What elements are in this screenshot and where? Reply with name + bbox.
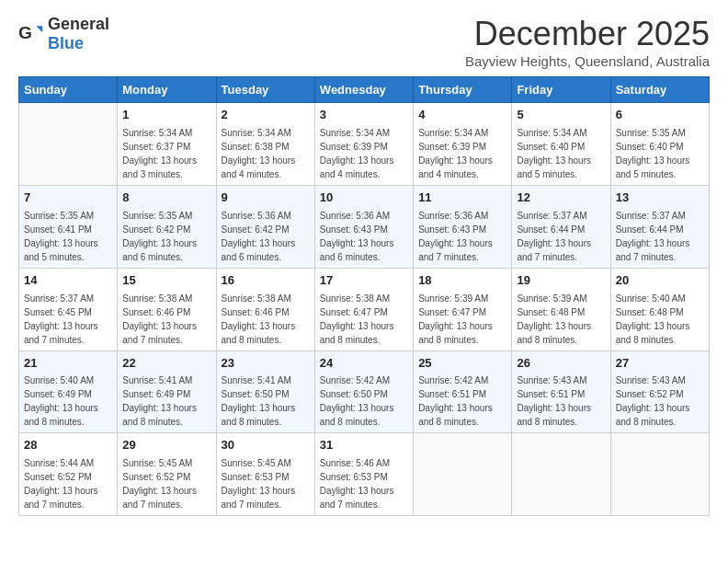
day-info: Sunrise: 5:40 AM Sunset: 6:49 PM Dayligh… — [24, 373, 112, 429]
day-info: Sunrise: 5:43 AM Sunset: 6:51 PM Dayligh… — [517, 373, 605, 429]
calendar-week-row: 28Sunrise: 5:44 AM Sunset: 6:52 PM Dayli… — [19, 433, 710, 516]
calendar-cell: 30Sunrise: 5:45 AM Sunset: 6:53 PM Dayli… — [216, 433, 314, 516]
day-number: 6 — [616, 107, 704, 124]
month-title: December 2025 — [465, 15, 710, 53]
day-info: Sunrise: 5:40 AM Sunset: 6:48 PM Dayligh… — [616, 292, 704, 347]
day-info: Sunrise: 5:44 AM Sunset: 6:52 PM Dayligh… — [24, 456, 112, 511]
weekday-header-sunday: Sunday — [19, 77, 118, 103]
calendar-cell — [414, 433, 512, 516]
calendar-cell: 16Sunrise: 5:38 AM Sunset: 6:46 PM Dayli… — [216, 268, 314, 350]
day-number: 2 — [222, 107, 310, 124]
calendar-cell — [512, 433, 610, 516]
calendar-cell: 10Sunrise: 5:36 AM Sunset: 6:43 PM Dayli… — [314, 185, 413, 268]
calendar-cell: 7Sunrise: 5:35 AM Sunset: 6:41 PM Daylig… — [19, 185, 118, 268]
day-number: 12 — [517, 190, 605, 207]
calendar-cell: 12Sunrise: 5:37 AM Sunset: 6:44 PM Dayli… — [512, 185, 610, 268]
location-subtitle: Bayview Heights, Queensland, Australia — [465, 53, 710, 69]
day-number: 11 — [418, 190, 506, 207]
calendar-cell: 9Sunrise: 5:36 AM Sunset: 6:42 PM Daylig… — [216, 185, 314, 268]
logo: G General Blue — [18, 15, 109, 53]
logo-text: General Blue — [48, 15, 109, 53]
calendar-cell: 29Sunrise: 5:45 AM Sunset: 6:52 PM Dayli… — [118, 433, 216, 516]
weekday-header-row: SundayMondayTuesdayWednesdayThursdayFrid… — [19, 77, 710, 103]
day-number: 20 — [616, 272, 704, 290]
day-info: Sunrise: 5:34 AM Sunset: 6:39 PM Dayligh… — [320, 126, 408, 181]
day-info: Sunrise: 5:41 AM Sunset: 6:50 PM Dayligh… — [222, 373, 310, 429]
calendar-cell: 21Sunrise: 5:40 AM Sunset: 6:49 PM Dayli… — [19, 350, 118, 433]
day-number: 7 — [24, 190, 112, 207]
day-info: Sunrise: 5:39 AM Sunset: 6:47 PM Dayligh… — [418, 292, 506, 347]
calendar-cell: 2Sunrise: 5:34 AM Sunset: 6:38 PM Daylig… — [216, 103, 314, 186]
day-number: 25 — [418, 355, 506, 373]
calendar-week-row: 14Sunrise: 5:37 AM Sunset: 6:45 PM Dayli… — [19, 268, 710, 350]
logo-blue: Blue — [48, 34, 84, 52]
day-number: 14 — [24, 272, 112, 290]
calendar-cell: 31Sunrise: 5:46 AM Sunset: 6:53 PM Dayli… — [314, 433, 413, 516]
calendar-cell — [610, 433, 709, 516]
day-number: 23 — [222, 355, 310, 373]
calendar-cell: 1Sunrise: 5:34 AM Sunset: 6:37 PM Daylig… — [118, 103, 216, 186]
day-info: Sunrise: 5:38 AM Sunset: 6:46 PM Dayligh… — [222, 292, 310, 347]
weekday-header-friday: Friday — [512, 77, 610, 103]
day-number: 15 — [122, 272, 210, 290]
calendar-week-row: 1Sunrise: 5:34 AM Sunset: 6:37 PM Daylig… — [19, 103, 710, 186]
calendar-cell: 28Sunrise: 5:44 AM Sunset: 6:52 PM Dayli… — [19, 433, 118, 516]
day-number: 27 — [616, 355, 704, 373]
day-number: 21 — [24, 355, 112, 373]
day-info: Sunrise: 5:45 AM Sunset: 6:53 PM Dayligh… — [222, 456, 310, 511]
day-info: Sunrise: 5:43 AM Sunset: 6:52 PM Dayligh… — [616, 373, 704, 429]
day-info: Sunrise: 5:37 AM Sunset: 6:44 PM Dayligh… — [616, 209, 704, 264]
day-number: 18 — [418, 272, 506, 290]
day-info: Sunrise: 5:36 AM Sunset: 6:42 PM Dayligh… — [222, 209, 310, 264]
logo-general: General — [48, 15, 109, 33]
calendar-cell: 24Sunrise: 5:42 AM Sunset: 6:50 PM Dayli… — [314, 350, 413, 433]
day-info: Sunrise: 5:37 AM Sunset: 6:45 PM Dayligh… — [24, 292, 112, 347]
calendar-cell: 5Sunrise: 5:34 AM Sunset: 6:40 PM Daylig… — [512, 103, 610, 186]
calendar-cell: 17Sunrise: 5:38 AM Sunset: 6:47 PM Dayli… — [314, 268, 413, 350]
calendar-week-row: 21Sunrise: 5:40 AM Sunset: 6:49 PM Dayli… — [19, 350, 710, 433]
day-number: 26 — [517, 355, 605, 373]
day-info: Sunrise: 5:46 AM Sunset: 6:53 PM Dayligh… — [320, 456, 408, 511]
weekday-header-wednesday: Wednesday — [314, 77, 413, 103]
calendar-cell: 26Sunrise: 5:43 AM Sunset: 6:51 PM Dayli… — [512, 350, 610, 433]
day-number: 3 — [320, 107, 408, 124]
calendar-cell: 11Sunrise: 5:36 AM Sunset: 6:43 PM Dayli… — [414, 185, 512, 268]
day-number: 17 — [320, 272, 408, 290]
day-info: Sunrise: 5:34 AM Sunset: 6:37 PM Dayligh… — [122, 126, 210, 181]
weekday-header-monday: Monday — [118, 77, 216, 103]
weekday-header-tuesday: Tuesday — [216, 77, 314, 103]
calendar-cell: 23Sunrise: 5:41 AM Sunset: 6:50 PM Dayli… — [216, 350, 314, 433]
page-header: G General Blue December 2025 Bayview Hei… — [18, 15, 710, 69]
day-number: 24 — [320, 355, 408, 373]
day-info: Sunrise: 5:34 AM Sunset: 6:39 PM Dayligh… — [418, 126, 506, 181]
day-info: Sunrise: 5:36 AM Sunset: 6:43 PM Dayligh… — [418, 209, 506, 264]
day-info: Sunrise: 5:39 AM Sunset: 6:48 PM Dayligh… — [517, 292, 605, 347]
day-number: 1 — [122, 107, 210, 124]
day-info: Sunrise: 5:34 AM Sunset: 6:38 PM Dayligh… — [222, 126, 310, 181]
day-info: Sunrise: 5:42 AM Sunset: 6:50 PM Dayligh… — [320, 373, 408, 429]
day-info: Sunrise: 5:41 AM Sunset: 6:49 PM Dayligh… — [122, 373, 210, 429]
day-info: Sunrise: 5:42 AM Sunset: 6:51 PM Dayligh… — [418, 373, 506, 429]
calendar-cell: 25Sunrise: 5:42 AM Sunset: 6:51 PM Dayli… — [414, 350, 512, 433]
calendar-week-row: 7Sunrise: 5:35 AM Sunset: 6:41 PM Daylig… — [19, 185, 710, 268]
svg-text:G: G — [18, 23, 32, 42]
day-number: 9 — [222, 190, 310, 207]
calendar-cell: 13Sunrise: 5:37 AM Sunset: 6:44 PM Dayli… — [610, 185, 709, 268]
calendar-cell: 22Sunrise: 5:41 AM Sunset: 6:49 PM Dayli… — [118, 350, 216, 433]
calendar-cell — [19, 103, 118, 186]
svg-marker-1 — [36, 26, 42, 32]
weekday-header-saturday: Saturday — [610, 77, 709, 103]
day-info: Sunrise: 5:38 AM Sunset: 6:47 PM Dayligh… — [320, 292, 408, 347]
title-area: December 2025 Bayview Heights, Queenslan… — [465, 15, 710, 69]
day-number: 31 — [320, 437, 408, 454]
day-number: 19 — [517, 272, 605, 290]
calendar-cell: 20Sunrise: 5:40 AM Sunset: 6:48 PM Dayli… — [610, 268, 709, 350]
day-info: Sunrise: 5:45 AM Sunset: 6:52 PM Dayligh… — [122, 456, 210, 511]
calendar-cell: 6Sunrise: 5:35 AM Sunset: 6:40 PM Daylig… — [610, 103, 709, 186]
day-number: 4 — [418, 107, 506, 124]
day-number: 29 — [122, 437, 210, 454]
calendar-cell: 27Sunrise: 5:43 AM Sunset: 6:52 PM Dayli… — [610, 350, 709, 433]
day-info: Sunrise: 5:38 AM Sunset: 6:46 PM Dayligh… — [122, 292, 210, 347]
calendar-cell: 14Sunrise: 5:37 AM Sunset: 6:45 PM Dayli… — [19, 268, 118, 350]
day-info: Sunrise: 5:35 AM Sunset: 6:40 PM Dayligh… — [616, 126, 704, 181]
